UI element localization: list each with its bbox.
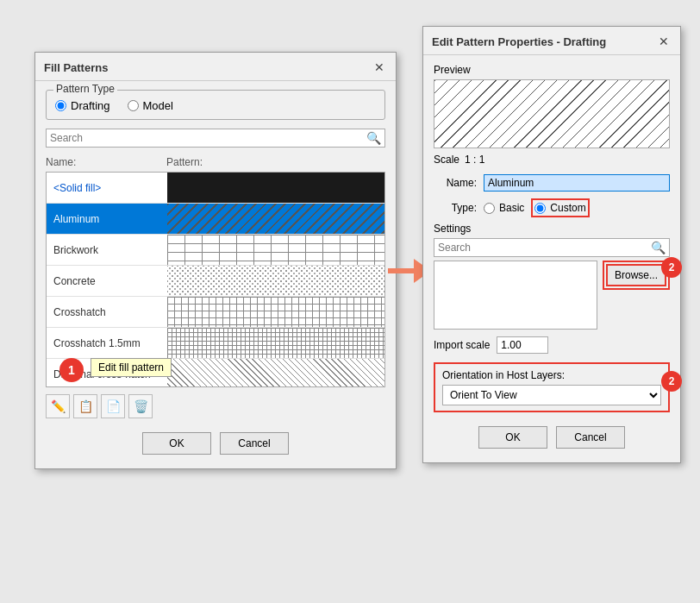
epp-title: Edit Pattern Properties - Drafting [432,35,606,48]
radio-basic[interactable]: Basic [484,202,524,214]
duplicate-pattern-button[interactable]: 📋 [73,394,97,418]
list-header: Name: Pattern: [46,154,385,170]
browse-btn-wrapper: Browse... 2 [603,261,670,330]
arrow-body [388,268,414,273]
type-field-label: Type: [434,202,477,214]
pattern-row[interactable]: <Solid fill> [47,173,384,204]
fill-patterns-title: Fill Patterns [44,61,108,74]
scale-value: 1 : 1 [465,154,484,166]
name-header: Name: [46,156,166,168]
preview-label: Preview [434,64,670,76]
pattern-type-group: Pattern Type Drafting Model [46,90,385,120]
browse-outline: Browse... [603,261,670,290]
settings-list[interactable] [434,261,597,330]
pattern-preview [167,266,384,296]
pattern-name: Concrete [47,275,167,287]
search-icon: 🔍 [366,131,381,145]
pattern-name: Brickwork [47,244,167,256]
epp-close-button[interactable]: ✕ [656,34,672,49]
radio-drafting[interactable]: Drafting [55,99,110,112]
epp-title-bar: Edit Pattern Properties - Drafting ✕ [423,27,680,55]
pattern-row[interactable]: Crosshatch [47,297,384,328]
settings-search-icon: 🔍 [651,241,666,254]
pattern-row[interactable]: Aluminum [47,204,384,235]
badge-1: 1 [59,358,84,382]
radio-model[interactable]: Model [128,99,173,112]
orientation-group: Orientation in Host Layers: Orient To Vi… [434,362,670,412]
badge-2b: 2 [661,371,682,392]
settings-search-row: 🔍 [434,238,670,257]
new-pattern-button[interactable]: 📄 [101,394,125,418]
pattern-row[interactable]: Crosshatch 1.5mm [47,328,384,359]
pattern-row[interactable]: Brickwork [47,235,384,266]
browse-button[interactable]: Browse... [606,264,666,286]
name-row: Name: [434,174,670,192]
type-row: Type: Basic Custom [434,198,670,217]
import-scale-input[interactable] [497,336,548,354]
fill-patterns-search-row: 🔍 [46,129,385,148]
fill-patterns-btn-row: OK Cancel [46,425,385,460]
settings-search-input[interactable] [438,242,651,254]
pattern-name: Crosshatch [47,306,167,318]
import-scale-row: Import scale [434,336,670,354]
pattern-type-radio-group: Drafting Model [55,96,376,112]
epp-btn-row: OK Cancel [434,419,670,454]
name-input[interactable] [484,174,670,192]
pattern-name: <Solid fill> [47,182,167,194]
pattern-preview [167,173,384,203]
fill-patterns-dialog: Fill Patterns ✕ Pattern Type Drafting Mo… [34,52,397,469]
preview-pattern [434,80,669,148]
pattern-header: Pattern: [166,156,203,168]
radio-custom[interactable]: Custom [534,202,585,214]
fill-patterns-title-bar: Fill Patterns ✕ [35,53,396,81]
settings-area: Browse... 2 [434,261,670,330]
orientation-select[interactable]: Orient To View Keep Readable Keep Horizo… [442,385,661,405]
pattern-name: Crosshatch 1.5mm [47,337,167,349]
name-field-label: Name: [434,177,477,189]
edit-pattern-button[interactable]: ✏️ [46,394,70,418]
custom-radio-outline: Custom [531,198,589,217]
pattern-row[interactable]: Concrete [47,266,384,297]
epp-ok-button[interactable]: OK [478,426,547,449]
pattern-preview [167,204,384,234]
edit-pattern-properties-dialog: Edit Pattern Properties - Drafting ✕ Pre… [422,26,681,463]
pattern-preview [167,297,384,327]
pattern-preview [167,328,384,358]
fill-patterns-cancel-button[interactable]: Cancel [220,432,289,455]
badge-2a: 2 [661,257,682,278]
edit-pattern-tooltip: Edit fill pattern [91,358,172,377]
delete-pattern-button[interactable]: 🗑️ [128,394,153,418]
toolbar-row: ✏️ 📋 📄 🗑️ Edit fill pattern [46,394,385,418]
scale-row: Scale 1 : 1 [434,154,670,166]
scale-label: Scale [434,154,459,166]
pattern-name: Aluminum [47,213,167,225]
settings-label: Settings [434,223,670,235]
fill-patterns-search-input[interactable] [50,132,366,144]
pattern-preview-box [434,79,670,148]
pattern-preview [167,235,384,265]
fill-patterns-ok-button[interactable]: OK [142,432,211,455]
orientation-title: Orientation in Host Layers: [442,369,661,381]
import-scale-label: Import scale [434,339,490,351]
pattern-preview [167,359,384,387]
epp-cancel-button[interactable]: Cancel [556,426,625,449]
pattern-type-label: Pattern Type [53,83,117,95]
pattern-list[interactable]: <Solid fill>AluminumBrickworkConcreteCro… [46,172,385,387]
fill-patterns-close-button[interactable]: ✕ [372,60,387,75]
orientation-wrapper: Orientation in Host Layers: Orient To Vi… [434,362,670,412]
